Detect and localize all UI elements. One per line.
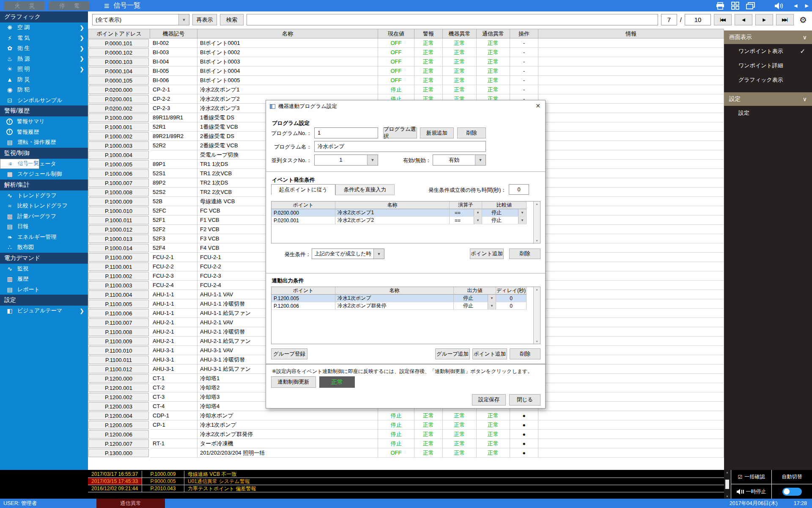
point-address-cell[interactable]: P.1100.009: [88, 337, 149, 345]
point-address-cell[interactable]: P.1100.002: [88, 272, 149, 280]
point-address-cell[interactable]: P.1000.008: [88, 188, 149, 196]
point-address-cell[interactable]: P.0000.102: [88, 48, 149, 57]
event-condition-row[interactable]: P.0200.001冷水2次ポンプ2==▼停止▼: [272, 217, 540, 224]
dialog-table-scrollbar[interactable]: ▲▼: [533, 202, 540, 243]
event-condition-row[interactable]: P.0200.000冷水2次ポンプ1==▼停止▼: [272, 209, 540, 217]
close-icon[interactable]: ✕: [535, 102, 540, 109]
alarm-log-row[interactable]: 2017/03/17 16:55:37P.1000.009母線連絡 VCB 不一…: [88, 471, 724, 478]
sidebar-item[interactable]: ✿衛 生❯: [0, 43, 88, 54]
point-address-cell[interactable]: P.1100.010: [88, 346, 149, 355]
point-address-cell[interactable]: P.1100.006: [88, 309, 149, 318]
sidebar-item[interactable]: ▤レポート: [0, 284, 88, 295]
point-address-cell[interactable]: P.1100.011: [88, 356, 149, 364]
point-address-cell[interactable]: P.1100.012: [88, 365, 149, 373]
output-point-add-button[interactable]: ポイント追加: [472, 348, 507, 359]
column-header[interactable]: 名称: [198, 29, 378, 39]
first-page-button[interactable]: |◀◀: [714, 14, 732, 25]
sidebar-item[interactable]: ▤日報: [0, 221, 88, 232]
point-address-cell[interactable]: P.1000.000: [88, 113, 149, 122]
point-address-cell[interactable]: P.0200.001: [88, 95, 149, 103]
sidebar-item[interactable]: ▤運転・操作履歴: [0, 137, 88, 148]
chevron-down-icon[interactable]: ▼: [488, 302, 496, 309]
interlock-update-button[interactable]: 連動制御更新: [271, 376, 316, 388]
point-address-cell[interactable]: P.1200.003: [88, 402, 149, 411]
point-address-cell[interactable]: P.1200.001: [88, 384, 149, 392]
scroll-up-icon[interactable]: ▲: [726, 471, 729, 474]
point-address-cell[interactable]: P.1000.005: [88, 160, 149, 168]
point-address-cell[interactable]: P.1000.013: [88, 235, 149, 243]
point-address-cell[interactable]: P.1000.002: [88, 132, 149, 141]
sidebar-item[interactable]: ⊡シンボルサンプル: [0, 95, 88, 106]
point-address-cell[interactable]: P.1100.007: [88, 318, 149, 327]
scroll-thumb[interactable]: [725, 480, 729, 489]
sidebar-item[interactable]: ∿トレンドグラフ: [0, 190, 88, 201]
save-settings-button[interactable]: 設定保存: [472, 394, 506, 406]
column-header[interactable]: 操作: [510, 29, 538, 39]
event-point-add-button[interactable]: ポイント追加: [470, 248, 504, 259]
sidebar-item[interactable]: ∴散布図: [0, 242, 88, 253]
dialog-table-scrollbar[interactable]: ▲▼: [533, 287, 540, 344]
column-header[interactable]: 情報: [538, 29, 724, 39]
point-address-cell[interactable]: P.1000.012: [88, 225, 149, 234]
program-new-button[interactable]: 新規追加: [420, 127, 454, 138]
point-address-cell[interactable]: P.1100.005: [88, 300, 149, 308]
hamburger-menu-icon[interactable]: ≡: [104, 1, 109, 10]
program-name-input[interactable]: 冷水ポンプ: [314, 141, 486, 152]
column-header[interactable]: 通信異常: [477, 29, 510, 39]
point-address-cell[interactable]: P.0000.104: [88, 67, 149, 75]
dialog-close-button[interactable]: 閉じる: [509, 394, 540, 406]
group-register-button[interactable]: グループ登録: [271, 348, 307, 359]
scroll-up-icon[interactable]: ▲: [535, 202, 538, 205]
point-address-cell[interactable]: P.1200.007: [88, 439, 149, 448]
auto-switch-label[interactable]: 自動切替: [772, 470, 812, 484]
column-header[interactable]: 現在値: [378, 29, 414, 39]
point-address-cell[interactable]: P.1000.003: [88, 141, 149, 150]
point-address-cell[interactable]: P.1000.006: [88, 169, 149, 178]
panel-section-header[interactable]: 設定∨: [724, 92, 812, 106]
batch-confirm-button[interactable]: ☑ 一括確認: [731, 470, 772, 484]
sidebar-item[interactable]: ❋空 調❯: [0, 22, 88, 33]
column-header[interactable]: 機器記号: [150, 29, 198, 39]
panel-section-header[interactable]: 画面表示∨: [724, 30, 812, 44]
column-header[interactable]: 機器異常: [443, 29, 477, 39]
alarm-log-scrollbar[interactable]: ▲ ▼: [724, 470, 730, 499]
sidebar-item[interactable]: ▥履歴: [0, 274, 88, 284]
sidebar-item[interactable]: ≈比較トレンドグラフ: [0, 201, 88, 211]
chevron-down-icon[interactable]: ▼: [474, 209, 482, 216]
point-address-cell[interactable]: P.1100.001: [88, 262, 149, 271]
refresh-button[interactable]: 再表示: [192, 14, 217, 25]
panel-item[interactable]: 設定: [724, 106, 812, 120]
column-header[interactable]: 警報: [414, 29, 443, 39]
sidebar-item[interactable]: !警報サマリ: [0, 116, 88, 127]
gear-icon[interactable]: ⚙: [797, 14, 809, 25]
sidebar-item[interactable]: ☀照 明❯: [0, 64, 88, 75]
search-button[interactable]: 検索: [220, 14, 244, 25]
sidebar-item[interactable]: ⚡電 気❯: [0, 33, 88, 44]
sidebar-item[interactable]: !警報履歴: [0, 127, 88, 138]
fire-alarm-button[interactable]: 火 災: [4, 1, 45, 10]
panel-item[interactable]: グラフィック表示: [724, 73, 812, 87]
parallel-task-select[interactable]: 1 ▼: [314, 155, 378, 166]
alarm-log-row[interactable]: 2017/03/15 17:45:33P.9000.005U01通信異常 システ…: [88, 478, 724, 485]
page-total-input[interactable]: 10: [685, 14, 711, 25]
point-address-cell[interactable]: P.1200.005: [88, 421, 149, 429]
scroll-up-icon[interactable]: ▲: [535, 288, 538, 291]
output-condition-row[interactable]: P.1200.006冷水2次ポンプ群発停停止▼0: [272, 302, 540, 310]
chevron-down-icon[interactable]: ▼: [518, 217, 526, 224]
point-address-cell[interactable]: P.1100.000: [88, 253, 149, 262]
chevron-down-icon[interactable]: ▼: [474, 217, 482, 224]
point-address-cell[interactable]: P.0200.000: [88, 86, 149, 94]
point-address-cell[interactable]: P.0000.105: [88, 76, 149, 85]
filter-dropdown[interactable]: (全て表示) ▼: [92, 14, 189, 25]
auto-switch-toggle[interactable]: [782, 488, 802, 496]
next-page-button[interactable]: ▶: [755, 14, 773, 25]
point-address-cell[interactable]: P.1000.007: [88, 179, 149, 187]
prev-page-button[interactable]: ◀: [735, 14, 752, 25]
sidebar-item[interactable]: !アナンシェータ: [0, 159, 88, 169]
print-icon[interactable]: [716, 2, 724, 10]
sidebar-item[interactable]: ♨熱 源❯: [0, 54, 88, 64]
panel-item[interactable]: ワンポイント詳細: [724, 58, 812, 73]
scroll-down-icon[interactable]: ▼: [726, 495, 729, 498]
point-address-cell[interactable]: P.1200.000: [88, 374, 149, 383]
sidebar-item[interactable]: ▥計量バーグラフ: [0, 211, 88, 222]
